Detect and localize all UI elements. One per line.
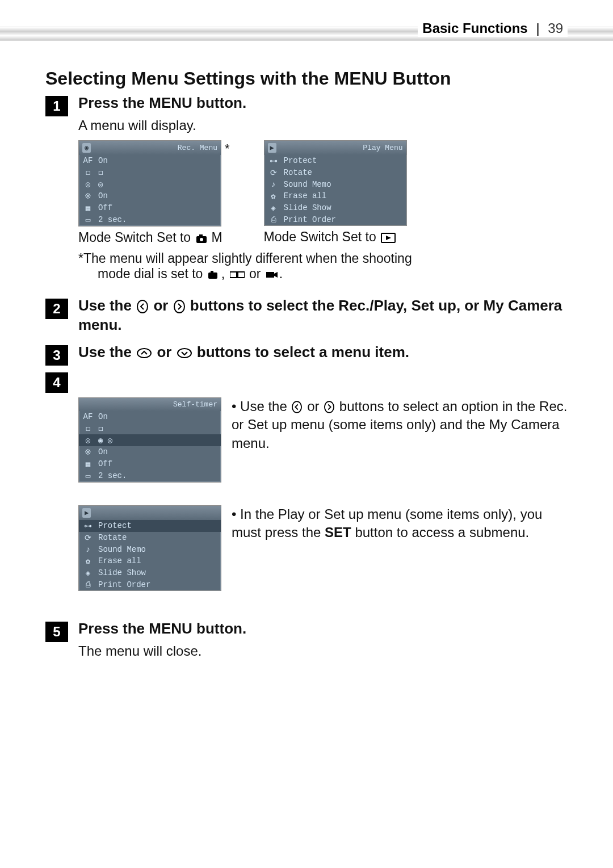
- row-icon: ♪: [268, 180, 279, 189]
- step-5-content: Press the MENU button. The menu will clo…: [78, 619, 568, 666]
- row-icon: ◻: [82, 167, 94, 177]
- self-timer-title: Self-timer: [173, 400, 217, 409]
- camera-icon: ◉: [82, 143, 91, 153]
- row-value: 2 sec.: [98, 215, 217, 225]
- row-value: ◻: [98, 167, 217, 177]
- row-value: Off: [98, 203, 217, 213]
- text: Mode Switch Set to: [264, 229, 380, 244]
- stitch-icon: [230, 271, 245, 279]
- row-icon: ※: [82, 191, 94, 201]
- row-icon: ♪: [82, 545, 94, 554]
- text: Use the: [240, 399, 291, 414]
- step-4-content: [78, 370, 568, 372]
- step-5-body: The menu will close.: [78, 642, 568, 660]
- row-label: Rotate: [284, 168, 403, 178]
- menu-row: ♪Sound Memo: [79, 544, 221, 555]
- text: mode dial is set to: [98, 266, 207, 281]
- page-header: Basic Functions | 39: [418, 20, 568, 36]
- step-number: 3: [45, 345, 68, 366]
- menu-row: ▭2 sec.: [79, 470, 221, 482]
- row-value: Off: [98, 459, 217, 469]
- row-icon: ⎙: [82, 580, 94, 589]
- play-menu-title: Play Menu: [363, 144, 402, 152]
- text: or: [307, 399, 323, 414]
- row-label: Print Order: [98, 580, 217, 589]
- step-1: 1 Press the MENU button. A menu will dis…: [45, 94, 568, 292]
- right-button-icon: [324, 401, 334, 413]
- step-4-bullet-2-text: In the Play or Set up menu (some items o…: [232, 505, 568, 542]
- menu-row: ※On: [79, 446, 221, 458]
- row-label: Sound Memo: [98, 545, 217, 554]
- text: Use the: [78, 297, 136, 314]
- svg-rect-7: [230, 272, 237, 278]
- svg-point-11: [137, 300, 148, 313]
- text: or: [246, 266, 264, 281]
- left-button-icon: [137, 300, 148, 313]
- row-value: ◉ ◎: [98, 435, 217, 445]
- text: *The menu will appear slightly different…: [78, 251, 412, 266]
- right-button-icon: [174, 300, 185, 313]
- menu-row: ◎◎: [79, 178, 221, 190]
- row-icon: ◻: [82, 423, 94, 433]
- text: ,: [221, 266, 229, 281]
- row-label: Print Order: [284, 215, 403, 224]
- step-number: 5: [45, 622, 68, 642]
- row-icon: ※: [82, 447, 94, 457]
- menu-word: MENU: [149, 94, 192, 111]
- step-2-heading: Use the or buttons to select the Rec./Pl…: [78, 296, 568, 335]
- text: button.: [192, 620, 246, 637]
- text: or: [153, 297, 172, 314]
- menu-word: MENU: [149, 620, 192, 637]
- page-number: 39: [548, 20, 563, 36]
- text: .: [279, 266, 283, 281]
- up-button-icon: [137, 348, 152, 358]
- step-1-screens: ◉ Rec. Menu AFOn ◻◻ ◎◎ ※On ▦Off ▭2 sec.: [78, 140, 568, 245]
- text: button.: [192, 94, 246, 111]
- row-icon: ⊶: [268, 156, 279, 166]
- step-2: 2 Use the or buttons to select the Rec./…: [45, 296, 568, 338]
- movie-icon: [266, 270, 278, 279]
- menu-row: ※On: [79, 190, 221, 202]
- play-menu2-screen-wrap: ▶ ⊶Protect ⟳Rotate ♪Sound Memo ✿Erase al…: [78, 505, 221, 591]
- svg-rect-8: [238, 272, 245, 278]
- header-divider: |: [531, 20, 544, 36]
- down-button-icon: [177, 348, 192, 358]
- row-icon: ▭: [82, 471, 94, 481]
- row-value: 2 sec.: [98, 471, 217, 481]
- row-icon: AF: [82, 412, 94, 421]
- row-icon: ⟳: [82, 533, 94, 543]
- self-timer-screen-wrap: Self-timer AFOn ◻◻ ◎◉ ◎ ※On ▦Off ▭2 sec.: [78, 397, 221, 483]
- menu-row: ◈Slide Show: [79, 567, 221, 579]
- row-value: On: [98, 191, 217, 201]
- asterisk: *: [225, 141, 230, 156]
- text: Mode Switch Set to: [78, 230, 195, 245]
- menu-row-selected: ⊶Protect: [79, 520, 221, 532]
- row-icon: ▦: [82, 459, 94, 469]
- row-value: ◎: [98, 179, 217, 189]
- svg-rect-6: [211, 271, 213, 273]
- step-1-heading: Press the MENU button.: [78, 94, 568, 113]
- menu-row: ◻◻: [79, 422, 221, 434]
- row-label: Erase all: [98, 556, 217, 566]
- row-icon: ✿: [268, 191, 279, 201]
- step-3: 3 Use the or buttons to select a menu it…: [45, 343, 568, 366]
- svg-marker-4: [386, 236, 391, 240]
- step-3-heading: Use the or buttons to select a menu item…: [78, 343, 568, 362]
- svg-rect-5: [208, 272, 217, 279]
- menu-row-selected: ◎◉ ◎: [79, 434, 221, 446]
- row-value: On: [98, 447, 217, 457]
- camera-mode-icon: [196, 233, 211, 244]
- rec-menu-title: Rec. Menu: [178, 144, 217, 152]
- text: buttons to select a menu item.: [197, 343, 409, 360]
- step-4: 4: [45, 370, 568, 393]
- row-label: Rotate: [98, 533, 217, 543]
- menu-row: ▦Off: [79, 202, 221, 214]
- row-value: On: [98, 156, 217, 165]
- row-label: Protect: [284, 156, 403, 166]
- svg-point-15: [292, 402, 301, 413]
- row-label: Sound Memo: [284, 180, 403, 189]
- row-icon: AF: [82, 156, 94, 165]
- step-1-body: A menu will display.: [78, 116, 568, 135]
- row-icon: ⎙: [268, 215, 279, 224]
- row-value: On: [98, 412, 217, 421]
